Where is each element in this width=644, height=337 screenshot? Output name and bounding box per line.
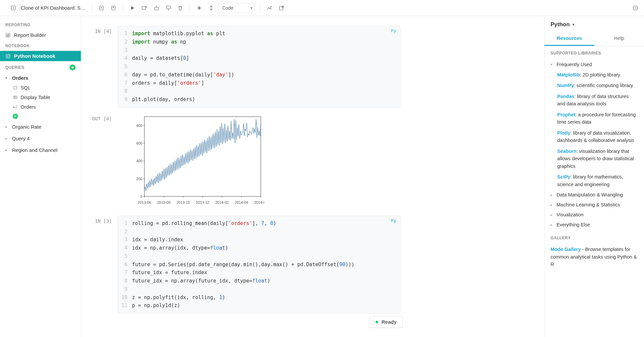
query-tree-item[interactable]: ▸Query 4 xyxy=(0,133,81,144)
notebook-area: IN [4]Py1import matplotlib.pyplot as plt… xyxy=(81,16,544,337)
library-entry: Plotly: library of data visualization, d… xyxy=(551,128,638,146)
sparkle-button[interactable] xyxy=(195,3,204,13)
library-link[interactable]: Seaborn xyxy=(557,149,576,154)
back-button[interactable] xyxy=(9,3,18,13)
cell-label: OUT [4] xyxy=(88,113,118,121)
tab-help[interactable]: Help xyxy=(594,31,644,46)
svg-rect-10 xyxy=(6,33,10,37)
section-reporting-label: REPORTING xyxy=(0,19,81,30)
lib-group[interactable]: ▸Machine Learning & Statistics xyxy=(551,200,638,210)
lib-group-frequently-used[interactable]: ▾ Frequently Used xyxy=(551,59,638,69)
open-external-button[interactable] xyxy=(277,3,286,13)
notebook-cell[interactable]: IN [4]Py1import matplotlib.pyplot as plt… xyxy=(81,26,544,107)
right-sidebar: Python ▼ Resources Help SUPPORTED LIBRAR… xyxy=(544,16,644,337)
collapse-right-panel-button[interactable] xyxy=(631,3,640,13)
rs-title[interactable]: Python ▼ xyxy=(545,16,644,31)
report-builder-icon xyxy=(5,33,11,38)
library-link[interactable]: Pandas xyxy=(557,94,574,99)
library-link[interactable]: NumPy xyxy=(557,83,574,88)
chart-output: 02004006008002013-062013-082013-102013-1… xyxy=(118,113,401,210)
cell-label: IN [4] xyxy=(88,26,118,34)
insert-cell-below-button[interactable] xyxy=(164,3,173,13)
tab-resources[interactable]: Resources xyxy=(545,31,594,46)
chevron-right-icon: ▸ xyxy=(5,136,9,141)
svg-text:2014-04: 2014-04 xyxy=(235,200,248,204)
svg-rect-5 xyxy=(154,7,158,10)
run-button[interactable] xyxy=(128,3,137,13)
lib-group[interactable]: ▸Visualization xyxy=(551,210,638,220)
svg-text:200: 200 xyxy=(136,176,142,180)
merge-cells-button[interactable] xyxy=(207,3,216,13)
python-notebook-icon: P xyxy=(5,54,11,59)
document-title: Clone of KPI Dashboard: SQ... xyxy=(21,5,87,11)
svg-point-7 xyxy=(271,6,272,7)
library-entry: Pandas: library of data structures and d… xyxy=(551,91,638,109)
delete-cell-button[interactable] xyxy=(176,3,185,13)
run-restart-button[interactable] xyxy=(140,3,149,13)
svg-rect-9 xyxy=(633,6,637,10)
chevron-down-icon: ▾ xyxy=(5,76,9,80)
cell-type-select[interactable]: Code xyxy=(219,3,255,13)
svg-text:400: 400 xyxy=(136,159,142,163)
svg-text:0: 0 xyxy=(140,194,142,198)
lib-group[interactable]: ▸Everything Else xyxy=(551,220,638,230)
kernel-status-badge: Ready xyxy=(369,316,403,328)
status-dot-icon xyxy=(376,321,378,323)
code-block[interactable]: Py1rolling = pd.rolling_mean(daily['orde… xyxy=(118,216,401,313)
chevron-right-icon: ▸ xyxy=(551,193,555,197)
svg-rect-0 xyxy=(11,6,15,10)
svg-text:600: 600 xyxy=(136,141,142,145)
notebook-cell[interactable]: IN [3]Py1rolling = pd.rolling_mean(daily… xyxy=(81,216,544,313)
import-notebook-button[interactable] xyxy=(97,3,106,13)
svg-rect-6 xyxy=(166,6,170,9)
library-link[interactable]: Prophet xyxy=(557,112,575,117)
sidebar-item-python-notebook[interactable]: P Python Notebook xyxy=(0,51,81,61)
cell-label: IN [3] xyxy=(88,216,118,224)
table-icon xyxy=(13,95,18,100)
notebook-cell[interactable]: OUT [4]02004006008002013-062013-082013-1… xyxy=(81,113,544,210)
code-block[interactable]: Py1import matplotlib.pyplot as plt2impor… xyxy=(118,26,401,107)
section-queries-label: QUERIES xyxy=(5,65,25,70)
library-link[interactable]: Matplotlib xyxy=(557,72,580,77)
svg-point-4 xyxy=(146,6,147,7)
query-tree-item[interactable]: ▸Organic Rate xyxy=(0,121,81,133)
caret-down-icon: ▼ xyxy=(572,23,575,27)
sql-icon xyxy=(13,85,18,90)
library-entry: SciPy: library for mathematics, science … xyxy=(551,171,638,190)
svg-rect-13 xyxy=(14,86,17,89)
query-tree-item-orders-table[interactable]: ▸2 Orders xyxy=(0,102,81,112)
query-tree-item-display-table[interactable]: Display Table xyxy=(0,92,81,102)
svg-text:2013-10: 2013-10 xyxy=(176,200,190,204)
sidebar-item-report-builder[interactable]: Report Builder xyxy=(0,30,81,40)
svg-text:2014-06: 2014-06 xyxy=(254,200,264,204)
export-notebook-button[interactable] xyxy=(109,3,118,13)
svg-text:2013-12: 2013-12 xyxy=(196,200,209,204)
insert-cell-above-button[interactable] xyxy=(152,3,161,13)
chart-output-button[interactable] xyxy=(265,3,274,13)
chevron-right-icon: ▸ xyxy=(5,148,9,152)
svg-text:2014-02: 2014-02 xyxy=(215,200,229,204)
library-link[interactable]: Plotly xyxy=(557,130,570,136)
add-query-button[interactable]: + xyxy=(70,64,76,70)
add-query-child-button[interactable]: + xyxy=(13,114,18,119)
chevron-right-icon: ▸ xyxy=(551,223,555,227)
query-tree-item[interactable]: ▸Region and Channel xyxy=(0,144,81,156)
cell-language-badge: Py xyxy=(391,28,396,33)
chevron-right-icon: ▸ xyxy=(5,125,9,129)
section-notebook-label: NOTEBOOK xyxy=(0,40,81,51)
gallery-link[interactable]: Mode Gallery xyxy=(551,247,581,252)
chevron-down-icon: ▾ xyxy=(551,62,555,67)
library-entry: Prophet: a procedure for forecasting tim… xyxy=(551,109,638,128)
query-tree-item-sql[interactable]: SQL xyxy=(0,83,81,92)
table-count-badge: ▸2 xyxy=(13,105,18,109)
cell-language-badge: Py xyxy=(391,218,396,223)
lib-group[interactable]: ▸Data Manipulation & Wrangling xyxy=(551,190,638,200)
query-tree-item-orders[interactable]: ▾ Orders xyxy=(0,73,81,83)
rs-tabs: Resources Help xyxy=(545,31,644,46)
library-link[interactable]: SciPy xyxy=(557,174,570,179)
svg-text:2013-08: 2013-08 xyxy=(157,200,170,204)
svg-text:2013-06: 2013-06 xyxy=(138,200,151,204)
gallery-blurb: Mode Gallery - Browse templates for comm… xyxy=(551,244,638,268)
library-entry: Seaborn: visualization library that allo… xyxy=(551,146,638,171)
chevron-right-icon: ▸ xyxy=(551,213,555,217)
